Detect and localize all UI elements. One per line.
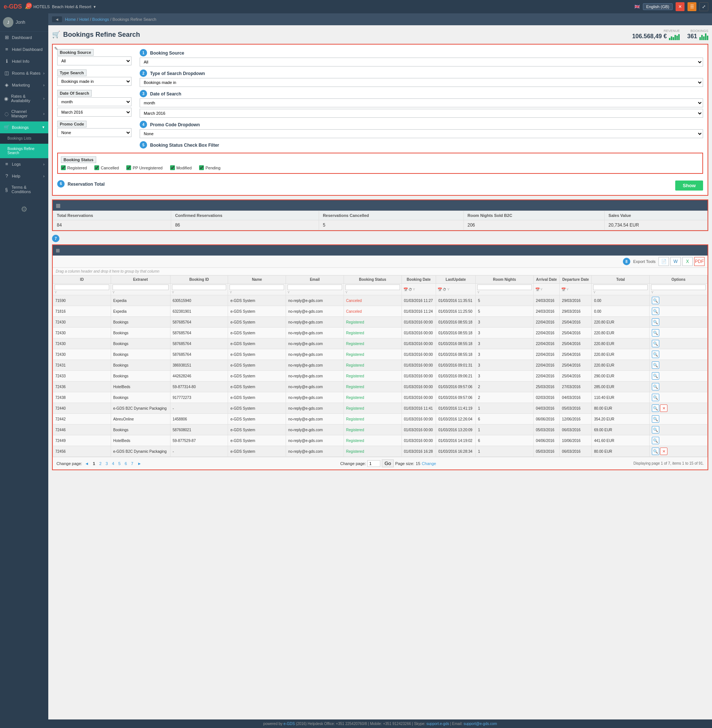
- filter-room-nights-input[interactable]: [477, 285, 532, 290]
- detail-button[interactable]: 🔍: [652, 351, 659, 358]
- change-page-size-link[interactable]: Change: [422, 461, 436, 466]
- detail-button[interactable]: 🔍: [652, 405, 659, 412]
- page-4-link[interactable]: 4: [110, 461, 116, 466]
- cancelled-checkbox-input[interactable]: [94, 165, 99, 170]
- promo-code-select[interactable]: None: [57, 128, 132, 137]
- step-6-badge: 6: [57, 180, 65, 188]
- date-type-select[interactable]: month: [57, 97, 132, 106]
- cell-booking-id: 59-877314-80: [170, 381, 228, 392]
- date-value-select[interactable]: March 2016: [57, 108, 132, 117]
- sidebar-item-marketing[interactable]: ◈ Marketing ›: [0, 79, 48, 91]
- detail-button[interactable]: 🔍: [652, 437, 659, 444]
- notifications-badge-wrap[interactable]: 🔔 17: [25, 4, 30, 9]
- type-search-main-select[interactable]: Bookings made in: [139, 78, 703, 87]
- sidebar-item-label: Hotel Dashboard: [12, 47, 43, 52]
- pp-unregistered-checkbox-input[interactable]: [126, 165, 131, 170]
- breadcrumb-bookings[interactable]: Bookings: [92, 17, 109, 22]
- sidebar-item-hotel-dashboard[interactable]: ≡ Hotel Dashboard: [0, 43, 48, 55]
- email-link[interactable]: support@e-gds.com: [464, 722, 497, 726]
- sidebar-item-help[interactable]: ? Help ›: [0, 170, 48, 182]
- page-title-text: Bookings Refine Search: [63, 31, 140, 39]
- page-go-input[interactable]: [367, 460, 380, 467]
- skype-link[interactable]: support.e-gds: [426, 722, 449, 726]
- status-registered-checkbox[interactable]: Registered: [61, 165, 87, 170]
- breadcrumb-hotel[interactable]: Hotel: [79, 17, 89, 22]
- detail-button[interactable]: 🔍: [652, 308, 659, 315]
- detail-button[interactable]: 🔍: [652, 394, 659, 401]
- next-page-btn[interactable]: ►: [136, 461, 143, 466]
- detail-button[interactable]: 🔍: [652, 340, 659, 347]
- status-pending-checkbox[interactable]: Pending: [199, 165, 220, 170]
- footer-link[interactable]: e-GDS: [283, 722, 295, 726]
- sidebar-item-channel-manager[interactable]: ◌ Channel Manager ›: [0, 106, 48, 122]
- pending-checkbox-input[interactable]: [199, 165, 204, 170]
- cell-name: e-GDS System: [228, 414, 286, 424]
- detail-button[interactable]: 🔍: [652, 415, 659, 423]
- sidebar-item-terms[interactable]: § Terms & Conditions: [0, 182, 48, 197]
- settings-icon-btn[interactable]: ☰: [687, 2, 696, 11]
- show-button[interactable]: Show: [675, 181, 703, 191]
- sidebar-gear-btn[interactable]: ⚙: [4, 205, 44, 214]
- cancel-booking-button[interactable]: ✕: [660, 448, 668, 455]
- detail-button[interactable]: 🔍: [652, 426, 659, 433]
- detail-button[interactable]: 🔍: [652, 329, 659, 337]
- sidebar-item-dashboard[interactable]: ⊞ Dashboard: [0, 31, 48, 43]
- filter-options-input[interactable]: [651, 285, 706, 290]
- sidebar-item-hotel-info[interactable]: ℹ Hotel Info: [0, 55, 48, 67]
- export-pdf-button[interactable]: PDF: [694, 257, 705, 266]
- detail-button[interactable]: 🔍: [652, 297, 659, 304]
- page-2-link[interactable]: 2: [98, 461, 103, 466]
- go-button[interactable]: Go: [382, 460, 394, 467]
- sidebar-item-bookings[interactable]: 🛒 Bookings ▾: [0, 122, 48, 133]
- cancel-booking-button[interactable]: ✕: [660, 405, 668, 412]
- filter-total-input[interactable]: [593, 285, 648, 290]
- detail-button[interactable]: 🔍: [652, 372, 659, 380]
- breadcrumb-home[interactable]: Home: [65, 17, 76, 22]
- status-pp-unregistered-checkbox[interactable]: PP Unregistered: [126, 165, 163, 170]
- cell-options: 🔍: [650, 295, 708, 306]
- page-5-link[interactable]: 5: [117, 461, 122, 466]
- page-1-link[interactable]: 1: [91, 461, 96, 466]
- detail-button[interactable]: 🔍: [652, 448, 659, 455]
- export-word-button[interactable]: W: [670, 257, 681, 266]
- filter-email-input[interactable]: [288, 285, 342, 290]
- sidebar-item-bookings-refine-search[interactable]: Bookings Refine Search: [0, 144, 48, 158]
- export-html-button[interactable]: 📄: [659, 257, 669, 266]
- registered-checkbox-input[interactable]: [61, 165, 66, 170]
- page-7-link[interactable]: 7: [130, 461, 135, 466]
- expand-icon-btn[interactable]: ⤢: [699, 2, 708, 11]
- sidebar-item-label: Rooms & Rates: [12, 71, 40, 76]
- detail-button[interactable]: 🔍: [652, 362, 659, 369]
- export-excel-button[interactable]: X: [682, 257, 693, 266]
- modified-checkbox-input[interactable]: [170, 165, 175, 170]
- detail-button[interactable]: 🔍: [652, 383, 659, 390]
- revenue-stat: REVENUE 106.568,49 €: [632, 29, 680, 40]
- status-modified-checkbox[interactable]: Modified: [170, 165, 192, 170]
- filter-status-input[interactable]: [346, 285, 400, 290]
- booking-source-main-select[interactable]: All: [139, 58, 703, 67]
- sidebar-item-bookings-lists[interactable]: Bookings Lists: [0, 133, 48, 144]
- close-icon-btn[interactable]: ✕: [676, 2, 685, 11]
- prev-page-btn[interactable]: ◄: [83, 461, 90, 466]
- page-3-link[interactable]: 3: [104, 461, 109, 466]
- booking-source-select[interactable]: All: [57, 56, 132, 65]
- language-button[interactable]: English (GB): [643, 3, 673, 10]
- date-main-value-select[interactable]: March 2016: [139, 109, 703, 118]
- sidebar-item-rates-availability[interactable]: ◉ Rates & Availability ›: [0, 91, 48, 106]
- promo-code-main-select[interactable]: None: [139, 129, 703, 138]
- hotel-selector[interactable]: HOTELS Beach Hotel & Resort ▾: [33, 4, 96, 9]
- cell-email: no-reply@e-gds.com: [286, 371, 344, 381]
- filter-id-input[interactable]: [55, 285, 109, 290]
- detail-button[interactable]: 🔍: [652, 318, 659, 326]
- sidebar-item-logs[interactable]: ≡ Logs ›: [0, 158, 48, 170]
- back-button[interactable]: ◄: [52, 16, 62, 22]
- status-cancelled-checkbox[interactable]: Cancelled: [94, 165, 119, 170]
- bookings-value: 361: [687, 33, 697, 40]
- page-6-link[interactable]: 6: [123, 461, 129, 466]
- filter-name-input[interactable]: [230, 285, 284, 290]
- filter-booking-id-input[interactable]: [172, 285, 227, 290]
- sidebar-item-rooms-rates[interactable]: ◫ Rooms & Rates ›: [0, 67, 48, 79]
- type-search-select[interactable]: Bookings made in: [57, 77, 132, 86]
- filter-extranet-input[interactable]: [113, 285, 169, 290]
- date-main-select[interactable]: month: [139, 98, 703, 107]
